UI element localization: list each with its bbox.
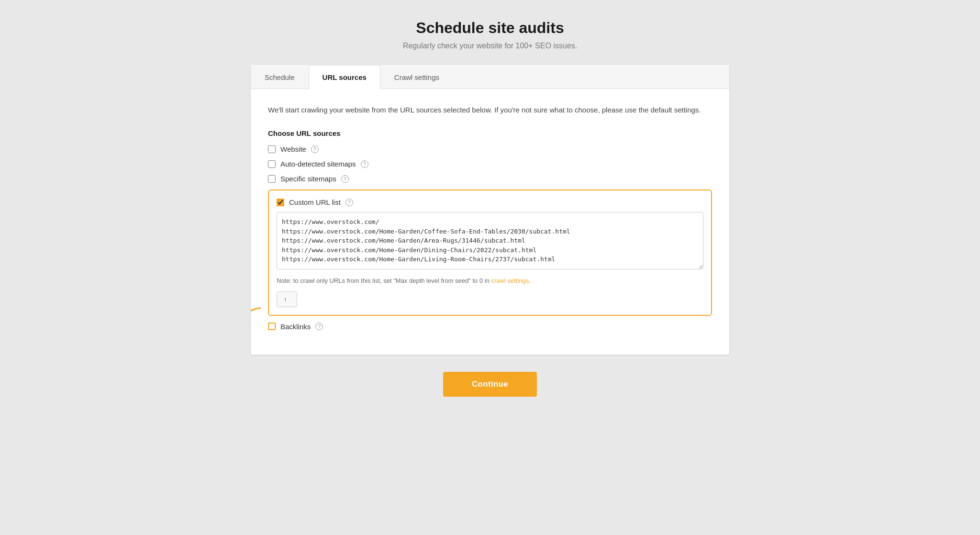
help-icon-custom-url[interactable]: ? [345,199,353,206]
checkbox-auto-sitemaps-label: Auto-detected sitemaps [280,160,356,168]
upload-icon: ↑ [284,296,287,303]
help-icon-auto-sitemaps[interactable]: ? [361,160,368,168]
tabs-container: Schedule URL sources Crawl settings [251,65,729,89]
custom-url-checkbox-row: Custom URL list ? [277,198,703,206]
arrow-annotation [251,303,270,342]
checkbox-row-website: Website ? [268,145,712,153]
tab-crawl-settings[interactable]: Crawl settings [380,65,453,89]
checkbox-website-label: Website [280,145,306,153]
checkbox-backlinks-label: Backlinks [280,323,311,331]
note-suffix: . [529,277,531,284]
tab-url-sources[interactable]: URL sources [309,65,380,89]
help-icon-specific-sitemaps[interactable]: ? [341,175,349,183]
section-title: Choose URL sources [268,129,712,137]
checkbox-custom-url-label: Custom URL list [289,198,341,206]
url-textarea[interactable] [277,212,703,269]
card-body: We'll start crawling your website from t… [251,89,729,355]
description-text: We'll start crawling your website from t… [268,104,712,116]
page-subtitle: Regularly check your website for 100+ SE… [403,42,577,50]
note-text: Note: to crawl only URLs from this list,… [277,276,703,286]
checkbox-row-specific-sitemaps: Specific sitemaps ? [268,175,712,183]
page-title: Schedule site audits [403,19,577,37]
page-header: Schedule site audits Regularly check you… [403,19,577,50]
crawl-settings-link[interactable]: crawl settings [491,277,529,284]
csv-button[interactable]: ↑ [277,291,297,307]
checkbox-specific-sitemaps[interactable] [268,175,276,183]
checkbox-website[interactable] [268,145,276,153]
help-icon-backlinks[interactable]: ? [315,323,323,330]
custom-url-box: Custom URL list ? Note: to crawl only UR… [268,189,712,316]
main-card: Schedule URL sources Crawl settings We'l… [251,65,729,355]
footer-area: Continue [443,372,537,397]
continue-button[interactable]: Continue [443,372,537,397]
checkbox-specific-sitemaps-label: Specific sitemaps [280,175,336,183]
tab-schedule[interactable]: Schedule [251,65,309,89]
checkbox-auto-sitemaps[interactable] [268,160,276,168]
note-prefix: Note: to crawl only URLs from this list,… [277,277,491,284]
backlinks-section: Backlinks ? [268,323,712,337]
checkbox-row-auto-sitemaps: Auto-detected sitemaps ? [268,160,712,168]
checkbox-row-backlinks: Backlinks ? [268,323,712,331]
help-icon-website[interactable]: ? [311,145,319,153]
checkbox-custom-url[interactable] [277,199,284,206]
